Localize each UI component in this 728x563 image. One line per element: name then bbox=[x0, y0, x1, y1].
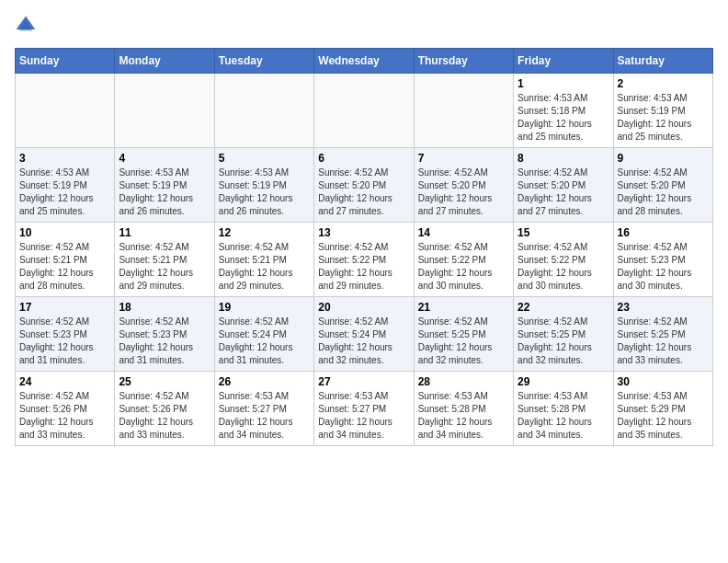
day-number: 8 bbox=[518, 152, 609, 165]
calendar-cell: 9Sunrise: 4:52 AM Sunset: 5:20 PM Daylig… bbox=[613, 148, 712, 223]
calendar-cell: 13Sunrise: 4:52 AM Sunset: 5:22 PM Dayli… bbox=[314, 223, 414, 297]
calendar-cell: 8Sunrise: 4:52 AM Sunset: 5:20 PM Daylig… bbox=[514, 148, 613, 223]
calendar-cell: 27Sunrise: 4:53 AM Sunset: 5:27 PM Dayli… bbox=[314, 372, 414, 446]
day-info: Sunrise: 4:53 AM Sunset: 5:27 PM Dayligh… bbox=[318, 390, 409, 442]
day-number: 16 bbox=[618, 226, 709, 239]
day-info: Sunrise: 4:52 AM Sunset: 5:20 PM Dayligh… bbox=[318, 167, 409, 218]
day-number: 3 bbox=[19, 152, 110, 165]
day-number: 28 bbox=[418, 375, 509, 388]
day-info: Sunrise: 4:52 AM Sunset: 5:23 PM Dayligh… bbox=[119, 316, 210, 367]
day-info: Sunrise: 4:52 AM Sunset: 5:23 PM Dayligh… bbox=[19, 316, 110, 367]
calendar-table: SundayMondayTuesdayWednesdayThursdayFrid… bbox=[15, 48, 713, 446]
calendar-cell: 26Sunrise: 4:53 AM Sunset: 5:27 PM Dayli… bbox=[214, 372, 313, 446]
day-number: 22 bbox=[518, 301, 609, 314]
day-number: 19 bbox=[219, 301, 310, 314]
calendar-cell: 2Sunrise: 4:53 AM Sunset: 5:19 PM Daylig… bbox=[613, 74, 712, 148]
logo-icon bbox=[15, 15, 37, 37]
day-number: 6 bbox=[318, 152, 409, 165]
day-number: 25 bbox=[119, 375, 210, 388]
weekday-header-saturday: Saturday bbox=[613, 49, 712, 74]
calendar-cell bbox=[115, 74, 214, 148]
day-info: Sunrise: 4:53 AM Sunset: 5:19 PM Dayligh… bbox=[19, 167, 110, 218]
day-info: Sunrise: 4:52 AM Sunset: 5:21 PM Dayligh… bbox=[219, 241, 310, 293]
calendar-cell bbox=[16, 74, 115, 148]
day-info: Sunrise: 4:52 AM Sunset: 5:20 PM Dayligh… bbox=[518, 167, 609, 218]
day-info: Sunrise: 4:52 AM Sunset: 5:24 PM Dayligh… bbox=[318, 316, 409, 367]
day-number: 7 bbox=[418, 152, 509, 165]
day-info: Sunrise: 4:52 AM Sunset: 5:26 PM Dayligh… bbox=[119, 390, 210, 442]
day-info: Sunrise: 4:53 AM Sunset: 5:19 PM Dayligh… bbox=[219, 167, 310, 218]
day-number: 14 bbox=[418, 226, 509, 239]
day-number: 29 bbox=[518, 375, 609, 388]
day-info: Sunrise: 4:52 AM Sunset: 5:25 PM Dayligh… bbox=[618, 316, 709, 367]
weekday-header-wednesday: Wednesday bbox=[314, 49, 414, 74]
day-info: Sunrise: 4:53 AM Sunset: 5:18 PM Dayligh… bbox=[518, 92, 609, 144]
day-number: 1 bbox=[518, 77, 609, 90]
day-number: 10 bbox=[19, 226, 110, 239]
day-info: Sunrise: 4:52 AM Sunset: 5:20 PM Dayligh… bbox=[618, 167, 709, 218]
day-number: 27 bbox=[318, 375, 409, 388]
day-info: Sunrise: 4:52 AM Sunset: 5:22 PM Dayligh… bbox=[318, 241, 409, 293]
weekday-header-sunday: Sunday bbox=[16, 49, 115, 74]
day-info: Sunrise: 4:53 AM Sunset: 5:29 PM Dayligh… bbox=[618, 390, 709, 442]
day-info: Sunrise: 4:53 AM Sunset: 5:28 PM Dayligh… bbox=[518, 390, 609, 442]
calendar-cell: 10Sunrise: 4:52 AM Sunset: 5:21 PM Dayli… bbox=[16, 223, 115, 297]
day-info: Sunrise: 4:52 AM Sunset: 5:21 PM Dayligh… bbox=[19, 241, 110, 293]
logo bbox=[15, 15, 40, 37]
day-number: 30 bbox=[618, 375, 709, 388]
calendar-cell bbox=[414, 74, 513, 148]
calendar-cell: 20Sunrise: 4:52 AM Sunset: 5:24 PM Dayli… bbox=[314, 297, 414, 372]
calendar-cell: 15Sunrise: 4:52 AM Sunset: 5:22 PM Dayli… bbox=[514, 223, 613, 297]
weekday-header-tuesday: Tuesday bbox=[214, 49, 313, 74]
day-number: 26 bbox=[219, 375, 310, 388]
day-number: 5 bbox=[219, 152, 310, 165]
calendar-cell: 21Sunrise: 4:52 AM Sunset: 5:25 PM Dayli… bbox=[414, 297, 513, 372]
day-number: 15 bbox=[518, 226, 609, 239]
calendar-cell: 1Sunrise: 4:53 AM Sunset: 5:18 PM Daylig… bbox=[514, 74, 613, 148]
day-info: Sunrise: 4:52 AM Sunset: 5:22 PM Dayligh… bbox=[418, 241, 509, 293]
day-number: 24 bbox=[19, 375, 110, 388]
calendar-cell: 4Sunrise: 4:53 AM Sunset: 5:19 PM Daylig… bbox=[115, 148, 214, 223]
day-info: Sunrise: 4:53 AM Sunset: 5:27 PM Dayligh… bbox=[219, 390, 310, 442]
day-info: Sunrise: 4:52 AM Sunset: 5:20 PM Dayligh… bbox=[418, 167, 509, 218]
day-number: 20 bbox=[318, 301, 409, 314]
calendar-cell: 19Sunrise: 4:52 AM Sunset: 5:24 PM Dayli… bbox=[214, 297, 313, 372]
calendar-cell: 29Sunrise: 4:53 AM Sunset: 5:28 PM Dayli… bbox=[514, 372, 613, 446]
day-number: 17 bbox=[19, 301, 110, 314]
calendar-cell: 23Sunrise: 4:52 AM Sunset: 5:25 PM Dayli… bbox=[613, 297, 712, 372]
calendar-cell: 28Sunrise: 4:53 AM Sunset: 5:28 PM Dayli… bbox=[414, 372, 513, 446]
calendar-cell: 18Sunrise: 4:52 AM Sunset: 5:23 PM Dayli… bbox=[115, 297, 214, 372]
day-info: Sunrise: 4:52 AM Sunset: 5:24 PM Dayligh… bbox=[219, 316, 310, 367]
day-number: 2 bbox=[618, 77, 709, 90]
calendar-cell: 3Sunrise: 4:53 AM Sunset: 5:19 PM Daylig… bbox=[16, 148, 115, 223]
calendar-cell: 5Sunrise: 4:53 AM Sunset: 5:19 PM Daylig… bbox=[214, 148, 313, 223]
day-info: Sunrise: 4:52 AM Sunset: 5:26 PM Dayligh… bbox=[19, 390, 110, 442]
calendar-cell: 6Sunrise: 4:52 AM Sunset: 5:20 PM Daylig… bbox=[314, 148, 414, 223]
day-number: 23 bbox=[618, 301, 709, 314]
day-info: Sunrise: 4:53 AM Sunset: 5:28 PM Dayligh… bbox=[418, 390, 509, 442]
day-info: Sunrise: 4:52 AM Sunset: 5:25 PM Dayligh… bbox=[518, 316, 609, 367]
weekday-header-thursday: Thursday bbox=[414, 49, 513, 74]
calendar-cell: 22Sunrise: 4:52 AM Sunset: 5:25 PM Dayli… bbox=[514, 297, 613, 372]
day-info: Sunrise: 4:52 AM Sunset: 5:21 PM Dayligh… bbox=[119, 241, 210, 293]
day-info: Sunrise: 4:52 AM Sunset: 5:22 PM Dayligh… bbox=[518, 241, 609, 293]
calendar-cell: 25Sunrise: 4:52 AM Sunset: 5:26 PM Dayli… bbox=[115, 372, 214, 446]
calendar-cell bbox=[314, 74, 414, 148]
day-info: Sunrise: 4:53 AM Sunset: 5:19 PM Dayligh… bbox=[618, 92, 709, 144]
day-info: Sunrise: 4:52 AM Sunset: 5:23 PM Dayligh… bbox=[618, 241, 709, 293]
day-info: Sunrise: 4:52 AM Sunset: 5:25 PM Dayligh… bbox=[418, 316, 509, 367]
calendar-cell: 17Sunrise: 4:52 AM Sunset: 5:23 PM Dayli… bbox=[16, 297, 115, 372]
calendar-cell: 12Sunrise: 4:52 AM Sunset: 5:21 PM Dayli… bbox=[214, 223, 313, 297]
weekday-header-monday: Monday bbox=[115, 49, 214, 74]
calendar-cell: 11Sunrise: 4:52 AM Sunset: 5:21 PM Dayli… bbox=[115, 223, 214, 297]
day-number: 11 bbox=[119, 226, 210, 239]
day-number: 18 bbox=[119, 301, 210, 314]
day-number: 13 bbox=[318, 226, 409, 239]
day-info: Sunrise: 4:53 AM Sunset: 5:19 PM Dayligh… bbox=[119, 167, 210, 218]
day-number: 4 bbox=[119, 152, 210, 165]
calendar-cell: 7Sunrise: 4:52 AM Sunset: 5:20 PM Daylig… bbox=[414, 148, 513, 223]
weekday-header-friday: Friday bbox=[514, 49, 613, 74]
calendar-cell: 16Sunrise: 4:52 AM Sunset: 5:23 PM Dayli… bbox=[613, 223, 712, 297]
day-number: 21 bbox=[418, 301, 509, 314]
calendar-cell: 24Sunrise: 4:52 AM Sunset: 5:26 PM Dayli… bbox=[16, 372, 115, 446]
